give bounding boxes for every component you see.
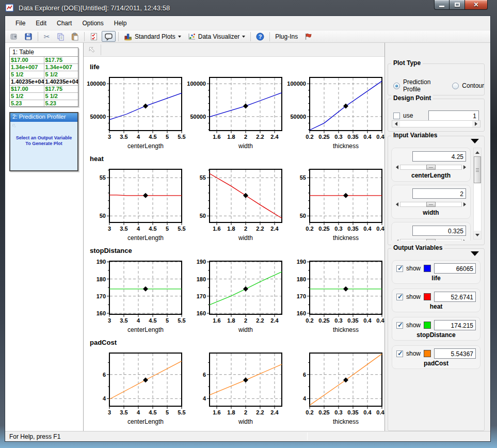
plot-stopDistance-vs-width[interactable]: 1.61.822.22.4160170180190width [184, 257, 282, 334]
restore-button[interactable] [450, 0, 464, 10]
plot-stopDistance-vs-centerLength[interactable]: 33.544.555.5160170180190centerLength [84, 257, 182, 334]
plot-life-vs-width[interactable]: 1.61.822.22.450000100000width [184, 73, 282, 151]
plot-heat-vs-centerLength[interactable]: 33.544.555.55055centerLength [84, 165, 182, 243]
menu-help[interactable]: Help [109, 18, 132, 29]
input-value-field-centerLength[interactable]: 4.25 [412, 151, 466, 162]
design-point-row: use 1 [393, 110, 479, 121]
cut-button[interactable]: ✂ [41, 31, 53, 42]
close-button[interactable]: ✕ [464, 0, 488, 10]
plot-type-group: Plot Type Prediction Profile Contour [388, 63, 485, 95]
output-card-heat: show52.6741heat [392, 289, 480, 312]
show-checkbox-padCost[interactable] [396, 350, 403, 357]
minimize-button[interactable] [434, 0, 450, 10]
slider-left-arrow-icon[interactable] [396, 165, 398, 169]
plugins-button[interactable]: Plug-Ins [272, 31, 300, 42]
collapse-triangle-icon[interactable] [471, 139, 479, 143]
arrow-down-icon [475, 234, 479, 236]
svg-text:1.6: 1.6 [213, 134, 220, 140]
standard-plots-button[interactable]: Standard Plots [121, 31, 184, 42]
plot-heat-vs-width[interactable]: 1.61.822.22.45055width [184, 165, 282, 243]
output-value-field-stopDistance[interactable]: 174.215 [434, 320, 476, 330]
design-point-title: Design Point [391, 94, 433, 102]
color-swatch-stopDistance[interactable] [424, 322, 431, 329]
svg-text:1.6: 1.6 [213, 226, 220, 232]
copy-button[interactable] [54, 31, 67, 42]
plot-padCost-vs-centerLength[interactable]: 33.544.555.546centerLength [84, 349, 182, 426]
plot-life-vs-centerLength[interactable]: 33.544.555.550000100000centerLength [84, 73, 182, 151]
plot-life-vs-thickness[interactable]: 0.20.250.30.350.40.4550000100000thicknes… [284, 73, 382, 151]
scrollbar-track[interactable] [474, 156, 481, 231]
show-checkbox-life[interactable] [396, 265, 403, 272]
plot-heat-vs-thickness[interactable]: 0.20.250.30.350.40.455055thickness [284, 165, 382, 243]
slider-track[interactable] [400, 239, 462, 241]
slider-left-arrow-icon[interactable] [396, 202, 398, 206]
paste-button[interactable] [68, 31, 82, 42]
plugin-flag-button[interactable] [301, 31, 315, 42]
svg-text:0.3: 0.3 [334, 317, 342, 324]
plot-padCost-vs-thickness[interactable]: 0.20.250.30.350.40.4546thickness [284, 349, 382, 426]
design-point-field[interactable]: 1 [428, 110, 479, 121]
profiler-row-padCost: padCost33.544.555.546centerLength1.61.82… [84, 339, 384, 426]
scroll-right-button[interactable] [472, 121, 480, 127]
input-value-field-thickness[interactable]: 0.325 [412, 226, 466, 236]
input-variable-label: width [396, 209, 466, 216]
color-swatch-heat[interactable] [424, 293, 431, 300]
plot-stopDistance-vs-thickness[interactable]: 0.20.250.30.350.40.45160170180190thickne… [284, 257, 382, 334]
input-variables-scrollbar[interactable] [473, 148, 482, 239]
open-file-button[interactable] [7, 31, 21, 42]
svg-text:6: 6 [203, 372, 206, 378]
slider-right-arrow-icon[interactable] [463, 239, 466, 241]
color-swatch-life[interactable] [424, 265, 431, 272]
design-point-scrollbar[interactable] [392, 120, 480, 127]
svg-text:0.45: 0.45 [376, 317, 384, 324]
menu-file[interactable]: File [10, 18, 30, 29]
output-variable-label: padCost [396, 360, 476, 367]
show-checkbox-stopDistance[interactable] [396, 322, 403, 329]
table-cell: 1.34e+007 [10, 64, 44, 71]
svg-text:0.2: 0.2 [306, 226, 313, 232]
slider-thumb[interactable] [426, 239, 436, 241]
output-variable-label: heat [396, 303, 476, 310]
input-value-field-width[interactable]: 2 [412, 188, 466, 199]
comment-button[interactable] [102, 31, 116, 42]
slider-thumb[interactable] [426, 202, 436, 207]
use-checkbox[interactable] [393, 113, 400, 119]
menu-chart[interactable]: Chart [52, 18, 77, 29]
slider-left-arrow-icon[interactable] [396, 239, 398, 241]
thumbnail-table[interactable]: 1: Table $17.00$17.751.34e+0071.34e+0075… [9, 47, 78, 107]
output-value-field-life[interactable]: 66065 [434, 263, 476, 274]
menu-options[interactable]: Options [77, 18, 108, 29]
scroll-left-button[interactable] [392, 121, 400, 127]
x-axis-title: width [238, 142, 253, 150]
scroll-up-button[interactable] [474, 148, 481, 156]
slider-track[interactable] [400, 165, 462, 170]
checklist-button[interactable] [87, 31, 101, 42]
scroll-down-button[interactable] [474, 231, 481, 239]
input-slider-width[interactable] [396, 202, 466, 207]
slider-track[interactable] [400, 202, 462, 207]
save-button[interactable] [22, 31, 35, 42]
slider-thumb[interactable] [426, 165, 436, 170]
scrollbar-thumb[interactable] [474, 156, 481, 183]
select-tool-button[interactable] [85, 44, 99, 56]
slider-right-arrow-icon[interactable] [463, 165, 466, 169]
collapse-triangle-icon[interactable] [471, 251, 479, 256]
svg-text:0.3: 0.3 [334, 134, 342, 140]
table-cell: 5.23 [10, 100, 44, 106]
plot-padCost-vs-width[interactable]: 1.61.822.22.446width [184, 349, 282, 426]
help-button[interactable]: ? [253, 31, 267, 42]
menu-edit[interactable]: Edit [30, 18, 52, 29]
prediction-profile-radio[interactable] [393, 83, 400, 89]
color-swatch-padCost[interactable] [424, 350, 431, 357]
data-visualizer-button[interactable]: Data Visualizer [185, 31, 248, 42]
output-value-field-padCost[interactable]: 5.54367 [434, 348, 476, 359]
show-checkbox-heat[interactable] [396, 294, 403, 300]
input-slider-thickness[interactable] [396, 239, 466, 241]
thumbnail-prediction-profiler[interactable]: 2: Prediction Profiler Select an Output … [9, 112, 78, 171]
contour-radio[interactable] [452, 83, 459, 89]
slider-right-arrow-icon[interactable] [463, 202, 466, 206]
svg-text:0.45: 0.45 [376, 226, 384, 232]
status-bar: For Help, press F1 [5, 431, 490, 441]
output-value-field-heat[interactable]: 52.6741 [434, 292, 476, 302]
input-slider-centerLength[interactable] [396, 165, 466, 170]
